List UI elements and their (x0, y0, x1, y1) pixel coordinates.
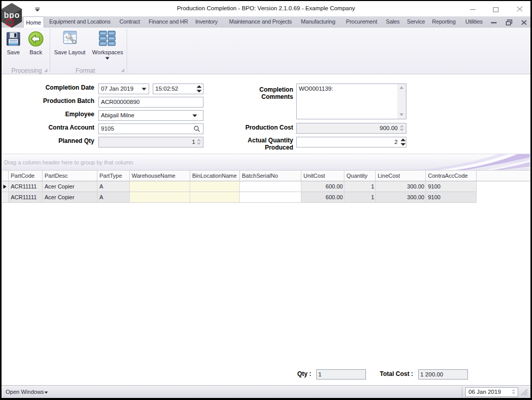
svg-text:bpo: bpo (4, 11, 20, 19)
